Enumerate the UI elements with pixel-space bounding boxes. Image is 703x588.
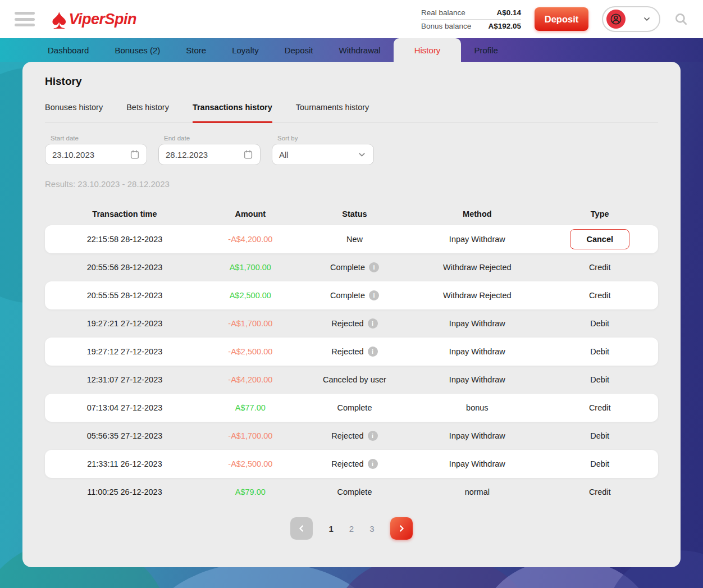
- end-date-field[interactable]: [158, 144, 261, 165]
- end-date-input[interactable]: [166, 150, 239, 159]
- nav-item-loyalty[interactable]: Loyalty: [219, 38, 272, 62]
- cell-status: New: [346, 235, 363, 244]
- logo[interactable]: ♠ ViperSpin: [52, 6, 136, 32]
- cell-method: Inpay Withdraw: [413, 459, 541, 468]
- next-page-button[interactable]: [390, 517, 413, 540]
- page-number-1[interactable]: 1: [328, 524, 333, 534]
- real-balance-label: Real balance: [421, 8, 465, 17]
- account-menu[interactable]: [602, 6, 660, 32]
- cell-type: Credit: [541, 263, 658, 272]
- table-row: 19:27:12 27-12-2023 -A$2,500.00 Rejected…: [45, 338, 658, 366]
- cell-status: Rejected: [331, 319, 363, 328]
- cell-time: 21:33:11 26-12-2023: [45, 459, 204, 468]
- cell-amount: A$1,700.00: [204, 263, 296, 272]
- cell-type: Debit: [541, 459, 658, 468]
- table-header-row: Transaction time Amount Status Method Ty…: [45, 203, 658, 225]
- page-title: History: [45, 75, 658, 88]
- cell-method: Withdraw Rejected: [413, 263, 541, 272]
- cell-amount: A$77.00: [204, 403, 296, 412]
- cell-type: Credit: [541, 403, 658, 412]
- end-date-filter: End date: [158, 135, 261, 165]
- cancel-transaction-button[interactable]: Cancel: [570, 229, 629, 249]
- cell-method: Withdraw Rejected: [413, 291, 541, 300]
- table-row: 22:15:58 28-12-2023 -A$4,200.00 New Inpa…: [45, 225, 658, 253]
- bonus-balance-label: Bonus balance: [421, 22, 471, 30]
- chevron-down-icon: [357, 150, 367, 159]
- tab-tournaments-history[interactable]: Tournaments history: [296, 103, 369, 122]
- cell-amount: -A$1,700.00: [204, 431, 296, 440]
- nav-item-deposit[interactable]: Deposit: [272, 38, 326, 62]
- table-row: 07:13:04 27-12-2023 A$77.00 Complete bon…: [45, 394, 658, 422]
- real-balance-row: Real balance A$0.14: [421, 6, 521, 19]
- bonus-balance-value: A$192.05: [488, 22, 521, 30]
- cell-type: Debit: [541, 375, 658, 384]
- page-number-3[interactable]: 3: [369, 524, 374, 534]
- cell-status: Complete: [337, 487, 372, 496]
- cell-time: 11:00:25 26-12-2023: [45, 487, 204, 496]
- nav-item-profile[interactable]: Profile: [461, 38, 511, 62]
- start-date-input[interactable]: [52, 150, 125, 159]
- nav-item-bonuses[interactable]: Bonuses (2): [102, 38, 173, 62]
- cell-status: Rejected: [331, 431, 363, 440]
- cell-method: Inpay Withdraw: [413, 235, 541, 244]
- cell-status: Complete: [337, 403, 372, 412]
- history-card: History Bonuses history Bets history Tra…: [22, 62, 681, 567]
- info-icon[interactable]: i: [369, 262, 379, 272]
- filters: Start date End date Sort by: [45, 135, 658, 165]
- nav-item-history[interactable]: History: [394, 38, 462, 62]
- page-number-2[interactable]: 2: [349, 524, 354, 534]
- table-row: 19:27:21 27-12-2023 -A$1,700.00 Rejected…: [45, 309, 658, 338]
- column-header-transaction-time: Transaction time: [45, 209, 204, 218]
- table-row: 20:55:55 28-12-2023 A$2,500.00 Completei…: [45, 281, 658, 309]
- tab-transactions-history[interactable]: Transactions history: [193, 103, 272, 123]
- main-navigation: Dashboard Bonuses (2) Store Loyalty Depo…: [0, 38, 703, 62]
- cell-amount: A$2,500.00: [204, 291, 296, 300]
- info-icon[interactable]: i: [368, 347, 378, 357]
- column-header-amount: Amount: [204, 209, 296, 218]
- previous-page-button[interactable]: [290, 517, 313, 540]
- info-icon[interactable]: i: [369, 290, 379, 300]
- info-icon[interactable]: i: [368, 431, 378, 441]
- start-date-filter: Start date: [45, 135, 147, 165]
- cell-amount: -A$4,200.00: [204, 375, 296, 384]
- sort-by-select[interactable]: All: [272, 144, 374, 165]
- cell-type: Debit: [541, 431, 658, 440]
- table-row: 11:00:25 26-12-2023 A$79.00 Complete nor…: [45, 478, 658, 506]
- cell-status: Rejected: [331, 459, 363, 468]
- cell-status: Complete: [330, 291, 365, 300]
- cell-type: Debit: [541, 347, 658, 356]
- cell-time: 22:15:58 28-12-2023: [45, 235, 204, 244]
- cell-method: Inpay Withdraw: [413, 347, 541, 356]
- chevron-left-icon: [296, 523, 307, 534]
- nav-item-store[interactable]: Store: [173, 38, 219, 62]
- transactions-table: Transaction time Amount Status Method Ty…: [45, 203, 658, 506]
- cell-status: Complete: [330, 263, 365, 272]
- nav-item-dashboard[interactable]: Dashboard: [35, 38, 102, 62]
- tab-bonuses-history[interactable]: Bonuses history: [45, 103, 103, 122]
- cell-method: bonus: [413, 403, 541, 412]
- cell-status: Rejected: [331, 347, 363, 356]
- deposit-button[interactable]: Deposit: [535, 7, 588, 31]
- cell-method: normal: [413, 487, 541, 496]
- calendar-icon[interactable]: [130, 149, 140, 159]
- cell-type: Credit: [541, 291, 658, 300]
- info-icon[interactable]: i: [368, 459, 378, 469]
- balance-panel: Real balance A$0.14 Bonus balance A$192.…: [421, 6, 521, 33]
- cell-status: Canceled by user: [323, 375, 386, 384]
- nav-item-withdrawal[interactable]: Withdrawal: [326, 38, 394, 62]
- results-summary: Results: 23.10.2023 - 28.12.2023: [45, 179, 658, 189]
- table-row: 05:56:35 27-12-2023 -A$1,700.00 Rejected…: [45, 422, 658, 450]
- start-date-field[interactable]: [45, 144, 147, 165]
- cell-type: Debit: [541, 319, 658, 328]
- bonus-balance-row: Bonus balance A$192.05: [421, 20, 521, 33]
- info-icon[interactable]: i: [368, 318, 378, 329]
- column-header-type: Type: [541, 209, 658, 218]
- tab-bets-history[interactable]: Bets history: [126, 103, 169, 122]
- sort-by-filter: Sort by All: [272, 135, 374, 165]
- spade-logo-icon: ♠: [52, 6, 67, 32]
- calendar-icon[interactable]: [243, 149, 253, 159]
- cell-amount: -A$2,500.00: [204, 459, 296, 468]
- cell-amount: A$79.00: [204, 487, 296, 496]
- search-icon[interactable]: [674, 12, 688, 26]
- hamburger-menu-icon[interactable]: [15, 12, 35, 26]
